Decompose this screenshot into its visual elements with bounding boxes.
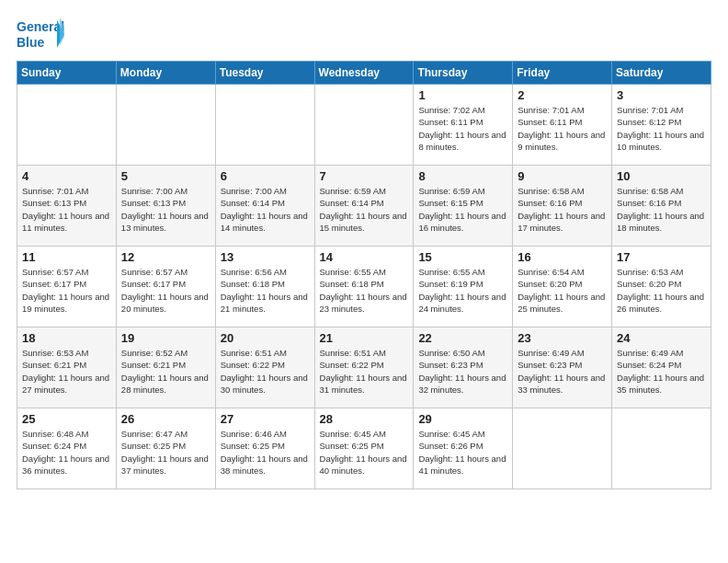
logo-svg: General Blue xyxy=(17,17,64,52)
day-number: 6 xyxy=(221,169,310,183)
day-info: Sunrise: 6:57 AM Sunset: 6:17 PM Dayligh… xyxy=(121,266,210,315)
day-number: 10 xyxy=(617,169,706,183)
day-info: Sunrise: 6:55 AM Sunset: 6:18 PM Dayligh… xyxy=(320,266,409,315)
calendar-cell: 14Sunrise: 6:55 AM Sunset: 6:18 PM Dayli… xyxy=(314,247,414,327)
logo: General Blue xyxy=(17,17,64,52)
week-row-1: 1Sunrise: 7:02 AM Sunset: 6:11 PM Daylig… xyxy=(17,85,711,166)
day-number: 14 xyxy=(320,250,409,264)
calendar-cell: 6Sunrise: 7:00 AM Sunset: 6:14 PM Daylig… xyxy=(215,166,314,247)
day-number: 17 xyxy=(617,250,706,264)
calendar-cell: 1Sunrise: 7:02 AM Sunset: 6:11 PM Daylig… xyxy=(414,85,513,166)
day-info: Sunrise: 6:53 AM Sunset: 6:20 PM Dayligh… xyxy=(617,266,706,315)
day-info: Sunrise: 6:51 AM Sunset: 6:22 PM Dayligh… xyxy=(320,347,409,396)
day-number: 27 xyxy=(221,412,310,426)
day-info: Sunrise: 6:48 AM Sunset: 6:24 PM Dayligh… xyxy=(22,428,111,477)
calendar-cell xyxy=(215,85,314,166)
header-sunday: Sunday xyxy=(17,62,117,85)
week-row-2: 4Sunrise: 7:01 AM Sunset: 6:13 PM Daylig… xyxy=(17,166,711,247)
day-info: Sunrise: 7:01 AM Sunset: 6:12 PM Dayligh… xyxy=(617,104,706,153)
header-saturday: Saturday xyxy=(612,62,711,85)
day-number: 22 xyxy=(418,331,507,345)
calendar-cell: 24Sunrise: 6:49 AM Sunset: 6:24 PM Dayli… xyxy=(612,327,711,408)
calendar-cell xyxy=(17,85,117,166)
calendar-cell: 27Sunrise: 6:46 AM Sunset: 6:25 PM Dayli… xyxy=(215,408,314,489)
day-info: Sunrise: 6:59 AM Sunset: 6:15 PM Dayligh… xyxy=(418,185,507,234)
calendar-cell: 12Sunrise: 6:57 AM Sunset: 6:17 PM Dayli… xyxy=(116,247,215,327)
day-number: 23 xyxy=(518,331,607,345)
day-info: Sunrise: 7:00 AM Sunset: 6:13 PM Dayligh… xyxy=(121,185,210,234)
calendar-cell: 20Sunrise: 6:51 AM Sunset: 6:22 PM Dayli… xyxy=(215,327,314,408)
day-number: 29 xyxy=(418,412,507,426)
day-number: 2 xyxy=(518,88,607,102)
calendar-cell xyxy=(116,85,215,166)
calendar-cell: 8Sunrise: 6:59 AM Sunset: 6:15 PM Daylig… xyxy=(414,166,513,247)
calendar-cell: 15Sunrise: 6:55 AM Sunset: 6:19 PM Dayli… xyxy=(414,247,513,327)
day-number: 12 xyxy=(121,250,210,264)
calendar-cell: 16Sunrise: 6:54 AM Sunset: 6:20 PM Dayli… xyxy=(513,247,612,327)
week-row-4: 18Sunrise: 6:53 AM Sunset: 6:21 PM Dayli… xyxy=(17,327,711,408)
day-info: Sunrise: 6:45 AM Sunset: 6:25 PM Dayligh… xyxy=(320,428,409,477)
header-thursday: Thursday xyxy=(414,62,513,85)
calendar-cell: 26Sunrise: 6:47 AM Sunset: 6:25 PM Dayli… xyxy=(116,408,215,489)
day-number: 24 xyxy=(617,331,706,345)
day-info: Sunrise: 6:49 AM Sunset: 6:24 PM Dayligh… xyxy=(617,347,706,396)
day-number: 4 xyxy=(22,169,111,183)
calendar-table: SundayMondayTuesdayWednesdayThursdayFrid… xyxy=(17,61,711,489)
day-info: Sunrise: 6:50 AM Sunset: 6:23 PM Dayligh… xyxy=(418,347,507,396)
day-info: Sunrise: 6:58 AM Sunset: 6:16 PM Dayligh… xyxy=(518,185,607,234)
calendar-cell xyxy=(612,408,711,489)
day-number: 13 xyxy=(221,250,310,264)
calendar-cell: 25Sunrise: 6:48 AM Sunset: 6:24 PM Dayli… xyxy=(17,408,117,489)
calendar-cell: 7Sunrise: 6:59 AM Sunset: 6:14 PM Daylig… xyxy=(314,166,414,247)
day-number: 19 xyxy=(121,331,210,345)
header-friday: Friday xyxy=(513,62,612,85)
day-info: Sunrise: 6:55 AM Sunset: 6:19 PM Dayligh… xyxy=(418,266,507,315)
day-info: Sunrise: 6:54 AM Sunset: 6:20 PM Dayligh… xyxy=(518,266,607,315)
day-info: Sunrise: 6:56 AM Sunset: 6:18 PM Dayligh… xyxy=(221,266,310,315)
header: General Blue xyxy=(17,17,711,52)
calendar-cell: 4Sunrise: 7:01 AM Sunset: 6:13 PM Daylig… xyxy=(17,166,117,247)
calendar-cell: 17Sunrise: 6:53 AM Sunset: 6:20 PM Dayli… xyxy=(612,247,711,327)
day-info: Sunrise: 6:47 AM Sunset: 6:25 PM Dayligh… xyxy=(121,428,210,477)
day-number: 11 xyxy=(22,250,111,264)
day-info: Sunrise: 6:45 AM Sunset: 6:26 PM Dayligh… xyxy=(418,428,507,477)
svg-text:Blue: Blue xyxy=(17,35,45,50)
calendar-cell: 29Sunrise: 6:45 AM Sunset: 6:26 PM Dayli… xyxy=(414,408,513,489)
day-info: Sunrise: 7:01 AM Sunset: 6:11 PM Dayligh… xyxy=(518,104,607,153)
day-info: Sunrise: 6:53 AM Sunset: 6:21 PM Dayligh… xyxy=(22,347,111,396)
calendar-cell: 10Sunrise: 6:58 AM Sunset: 6:16 PM Dayli… xyxy=(612,166,711,247)
calendar-cell: 3Sunrise: 7:01 AM Sunset: 6:12 PM Daylig… xyxy=(612,85,711,166)
day-number: 16 xyxy=(518,250,607,264)
day-info: Sunrise: 6:57 AM Sunset: 6:17 PM Dayligh… xyxy=(22,266,111,315)
calendar-cell: 13Sunrise: 6:56 AM Sunset: 6:18 PM Dayli… xyxy=(215,247,314,327)
week-row-5: 25Sunrise: 6:48 AM Sunset: 6:24 PM Dayli… xyxy=(17,408,711,489)
header-tuesday: Tuesday xyxy=(215,62,314,85)
page: General Blue SundayMondayTuesdayWednesda… xyxy=(0,0,728,563)
day-number: 9 xyxy=(518,169,607,183)
calendar-cell: 11Sunrise: 6:57 AM Sunset: 6:17 PM Dayli… xyxy=(17,247,117,327)
calendar-cell: 21Sunrise: 6:51 AM Sunset: 6:22 PM Dayli… xyxy=(314,327,414,408)
week-row-3: 11Sunrise: 6:57 AM Sunset: 6:17 PM Dayli… xyxy=(17,247,711,327)
day-info: Sunrise: 6:51 AM Sunset: 6:22 PM Dayligh… xyxy=(221,347,310,396)
day-info: Sunrise: 7:01 AM Sunset: 6:13 PM Dayligh… xyxy=(22,185,111,234)
calendar-cell: 2Sunrise: 7:01 AM Sunset: 6:11 PM Daylig… xyxy=(513,85,612,166)
day-number: 5 xyxy=(121,169,210,183)
day-info: Sunrise: 6:46 AM Sunset: 6:25 PM Dayligh… xyxy=(221,428,310,477)
header-wednesday: Wednesday xyxy=(314,62,414,85)
header-row: SundayMondayTuesdayWednesdayThursdayFrid… xyxy=(17,62,711,85)
calendar-cell: 28Sunrise: 6:45 AM Sunset: 6:25 PM Dayli… xyxy=(314,408,414,489)
calendar-cell: 9Sunrise: 6:58 AM Sunset: 6:16 PM Daylig… xyxy=(513,166,612,247)
day-info: Sunrise: 6:58 AM Sunset: 6:16 PM Dayligh… xyxy=(617,185,706,234)
day-number: 28 xyxy=(320,412,409,426)
day-number: 26 xyxy=(121,412,210,426)
day-number: 20 xyxy=(221,331,310,345)
calendar-cell: 5Sunrise: 7:00 AM Sunset: 6:13 PM Daylig… xyxy=(116,166,215,247)
calendar-cell: 23Sunrise: 6:49 AM Sunset: 6:23 PM Dayli… xyxy=(513,327,612,408)
day-number: 8 xyxy=(418,169,507,183)
header-monday: Monday xyxy=(116,62,215,85)
day-number: 25 xyxy=(22,412,111,426)
day-info: Sunrise: 7:00 AM Sunset: 6:14 PM Dayligh… xyxy=(221,185,310,234)
calendar-cell: 18Sunrise: 6:53 AM Sunset: 6:21 PM Dayli… xyxy=(17,327,117,408)
day-number: 7 xyxy=(320,169,409,183)
day-info: Sunrise: 6:59 AM Sunset: 6:14 PM Dayligh… xyxy=(320,185,409,234)
